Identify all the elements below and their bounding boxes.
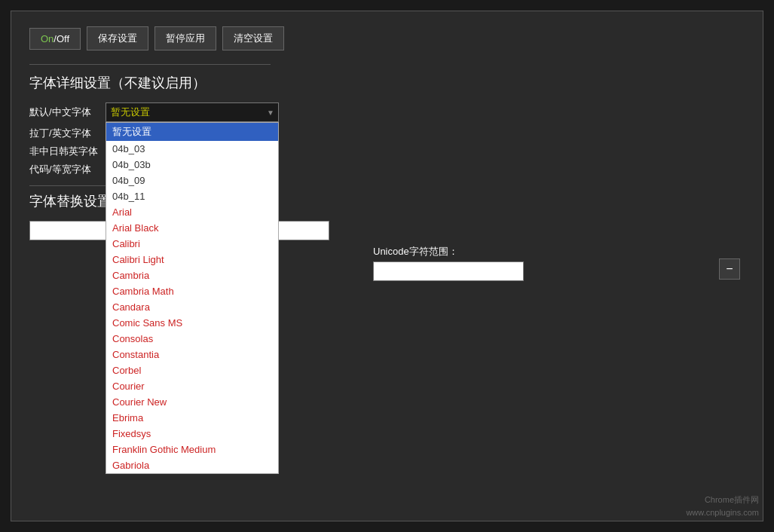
- on-label: On: [41, 33, 54, 44]
- dropdown-item-consolas[interactable]: Consolas: [106, 331, 278, 347]
- off-label: /Off: [54, 33, 69, 44]
- dropdown-item-04b03b[interactable]: 04b_03b: [106, 157, 278, 173]
- dropdown-item-arial[interactable]: Arial: [106, 204, 278, 220]
- unicode-label: Unicode字符范围：: [373, 245, 524, 258]
- unicode-input[interactable]: [373, 261, 524, 281]
- dropdown-item-ebrima[interactable]: Ebrima: [106, 410, 278, 426]
- footer-line2: www.cnplugins.com: [686, 506, 759, 519]
- dropdown-item-courier[interactable]: Courier: [106, 378, 278, 394]
- font-section-title: 字体详细设置（不建议启用）: [29, 74, 745, 92]
- save-button[interactable]: 保存设置: [87, 26, 148, 50]
- default-font-value: 暂无设置: [111, 105, 150, 119]
- dropdown-item-arial-black[interactable]: Arial Black: [106, 220, 278, 236]
- label-other-font: 非中日韩英字体: [29, 145, 98, 158]
- dropdown-item-04b03[interactable]: 04b_03: [106, 141, 278, 157]
- dropdown-item-cambria[interactable]: Cambria: [106, 268, 278, 283]
- minus-button[interactable]: −: [719, 258, 740, 280]
- dropdown-item-cambria-math[interactable]: Cambria Math: [106, 283, 278, 299]
- dropdown-arrow: ▼: [267, 109, 274, 117]
- pause-button[interactable]: 暂停应用: [154, 26, 216, 50]
- dropdown-item-04b09[interactable]: 04b_09: [106, 173, 278, 188]
- dropdown-item-courier-new[interactable]: Courier New: [106, 394, 278, 410]
- default-font-row: 暂无设置 ▼ 暂无设置 04b_03 04b_03b 04b_09 04b_11…: [106, 102, 745, 122]
- font-settings-grid: 默认/中文字体 暂无设置 ▼ 暂无设置 04b_03 04b_03b 04b_0…: [29, 102, 745, 176]
- clear-button[interactable]: 清空设置: [222, 26, 284, 50]
- label-default-font: 默认/中文字体: [29, 105, 98, 119]
- main-panel: On/Off 保存设置 暂停应用 清空设置 字体详细设置（不建议启用） 默认/中…: [11, 11, 763, 521]
- dropdown-item-constantia[interactable]: Constantia: [106, 347, 278, 362]
- divider-1: [29, 64, 271, 65]
- dropdown-item-fixedsys[interactable]: Fixedsys: [106, 426, 278, 442]
- dropdown-list[interactable]: 暂无设置 04b_03 04b_03b 04b_09 04b_11 Arial …: [106, 122, 279, 474]
- label-latin-font: 拉丁/英文字体: [29, 127, 98, 140]
- dropdown-item-corbel[interactable]: Corbel: [106, 362, 278, 378]
- footer-line1: Chrome插件网: [686, 494, 759, 506]
- footer: Chrome插件网 www.cnplugins.com: [686, 494, 759, 518]
- replace-title-text: 字体替换设: [29, 194, 97, 209]
- dropdown-item-franklin[interactable]: Franklin Gothic Medium: [106, 442, 278, 457]
- dropdown-item-comic-sans[interactable]: Comic Sans MS: [106, 315, 278, 331]
- dropdown-item-calibri-light[interactable]: Calibri Light: [106, 252, 278, 268]
- dropdown-item-none[interactable]: 暂无设置: [106, 123, 278, 141]
- dropdown-item-candara[interactable]: Candara: [106, 299, 278, 315]
- dropdown-item-calibri[interactable]: Calibri: [106, 236, 278, 252]
- default-font-dropdown-container: 暂无设置 ▼ 暂无设置 04b_03 04b_03b 04b_09 04b_11…: [106, 102, 279, 122]
- dropdown-item-04b11[interactable]: 04b_11: [106, 188, 278, 204]
- onoff-button[interactable]: On/Off: [29, 28, 81, 50]
- toolbar: On/Off 保存设置 暂停应用 清空设置: [29, 26, 745, 50]
- default-font-dropdown[interactable]: 暂无设置 ▼: [106, 102, 279, 122]
- unicode-section: Unicode字符范围：: [373, 245, 524, 281]
- dropdown-item-gabriola[interactable]: Gabriola: [106, 457, 278, 473]
- label-mono-font: 代码/等宽字体: [29, 163, 98, 176]
